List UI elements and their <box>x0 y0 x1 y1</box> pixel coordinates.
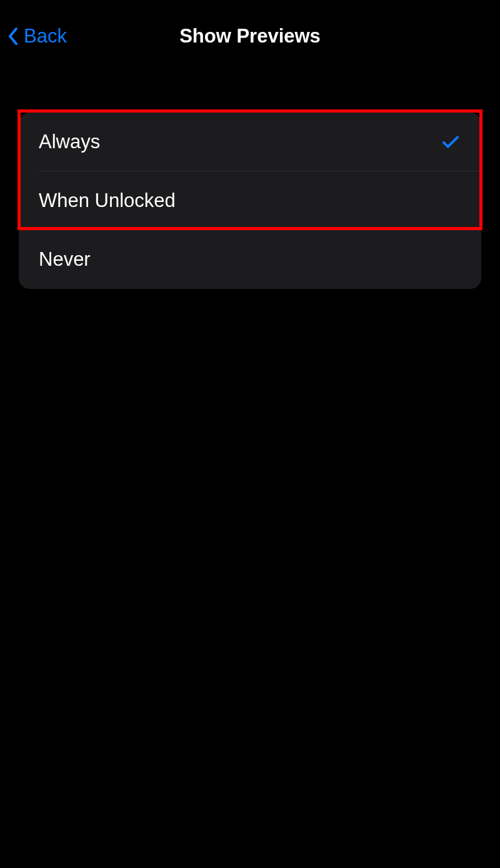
option-label: When Unlocked <box>39 189 176 212</box>
option-when-unlocked[interactable]: When Unlocked <box>19 171 481 230</box>
checkmark-icon <box>440 133 461 151</box>
option-label: Never <box>39 248 91 271</box>
content-area: Always When Unlocked Never <box>0 113 500 289</box>
chevron-left-icon <box>6 25 20 48</box>
page-title: Show Previews <box>179 25 321 48</box>
back-button[interactable]: Back <box>6 25 67 48</box>
back-button-label: Back <box>24 25 67 48</box>
option-never[interactable]: Never <box>19 230 481 289</box>
option-label: Always <box>39 131 100 153</box>
options-list: Always When Unlocked Never <box>19 113 481 289</box>
navigation-bar: Back Show Previews <box>0 0 500 63</box>
option-always[interactable]: Always <box>19 113 481 171</box>
